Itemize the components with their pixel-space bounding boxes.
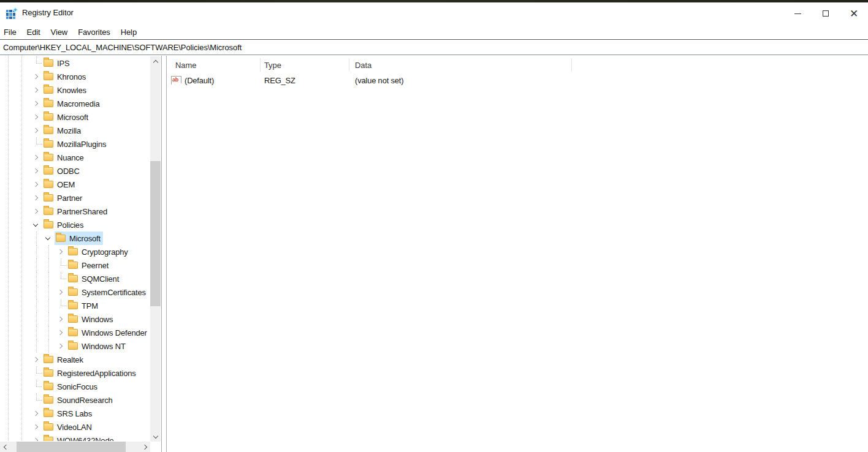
chevron-right-icon[interactable] [33, 424, 38, 429]
tree-node[interactable]: Knowles [42, 83, 89, 97]
chevron-right-icon[interactable] [33, 115, 38, 119]
close-button[interactable]: ✕ [840, 2, 868, 24]
tree-node[interactable]: Policies [42, 218, 86, 232]
chevron-right-icon[interactable] [33, 195, 38, 200]
tree-item[interactable]: OEM [0, 178, 150, 191]
tree-item[interactable]: Realtek [0, 353, 150, 366]
scroll-up-button[interactable] [150, 56, 161, 67]
tree-node[interactable]: Windows Defender [67, 326, 150, 339]
tree-item[interactable]: SQMClient [0, 272, 150, 285]
tree-node[interactable]: Windows NT [67, 339, 128, 353]
tree-node[interactable]: SonicFocus [42, 380, 100, 393]
tree-item[interactable]: SoundResearch [0, 393, 150, 407]
horizontal-scroll-thumb[interactable] [17, 442, 126, 452]
tree-item[interactable]: Knowles [0, 83, 150, 97]
tree-node[interactable]: Nuance [42, 151, 86, 164]
tree-node[interactable]: SQMClient [67, 272, 121, 285]
tree-item[interactable]: SonicFocus [0, 380, 150, 393]
tree-item[interactable]: Windows [0, 312, 150, 326]
tree-node[interactable]: Partner [42, 191, 85, 205]
menu-edit[interactable]: Edit [27, 28, 40, 37]
column-divider[interactable] [349, 58, 349, 72]
tree-node[interactable]: SystemCertificates [67, 285, 148, 299]
chevron-right-icon[interactable] [58, 290, 63, 295]
tree-node[interactable]: VideoLAN [42, 420, 94, 434]
tree-vertical-scrollbar[interactable] [150, 56, 161, 442]
tree-item[interactable]: Khronos [0, 70, 150, 83]
tree-node[interactable]: Microsoft [42, 110, 91, 124]
tree-node[interactable]: Microsoft [55, 232, 103, 245]
tree-item[interactable]: Nuance [0, 151, 150, 164]
chevron-right-icon[interactable] [58, 249, 63, 254]
tree-item[interactable]: Windows NT [0, 339, 150, 353]
tree-item[interactable]: SRS Labs [0, 407, 150, 420]
chevron-right-icon[interactable] [33, 88, 38, 92]
tree-item[interactable]: SystemCertificates [0, 285, 150, 299]
chevron-right-icon[interactable] [33, 357, 38, 362]
tree-item[interactable]: MozillaPlugins [0, 137, 150, 151]
tree-item[interactable]: VideoLAN [0, 420, 150, 434]
tree-node[interactable]: SoundResearch [42, 393, 115, 407]
scroll-down-button[interactable] [150, 431, 161, 442]
chevron-right-icon[interactable] [33, 411, 38, 416]
chevron-right-icon[interactable] [58, 344, 63, 348]
address-bar[interactable]: Computer\HKEY_LOCAL_MACHINE\SOFTWARE\Pol… [0, 40, 868, 55]
chevron-right-icon[interactable] [33, 182, 38, 187]
tree-node[interactable]: PartnerShared [42, 205, 110, 218]
tree-item[interactable]: RegisteredApplications [0, 366, 150, 380]
chevron-right-icon[interactable] [33, 438, 38, 441]
column-divider[interactable] [260, 58, 261, 72]
tree-item[interactable]: Macromedia [0, 97, 150, 110]
panel-splitter[interactable] [161, 56, 167, 452]
tree-item[interactable]: WOW6432Node [0, 434, 150, 441]
tree-item[interactable]: Cryptography [0, 245, 150, 258]
chevron-right-icon[interactable] [33, 128, 38, 133]
tree-node[interactable]: Windows [67, 312, 115, 326]
menu-file[interactable]: File [4, 28, 17, 37]
column-header-data[interactable]: Data [355, 56, 371, 73]
tree-node[interactable]: WOW6432Node [42, 434, 116, 441]
maximize-button[interactable] [812, 2, 840, 24]
tree-node[interactable]: Realtek [42, 353, 86, 366]
scroll-right-button[interactable] [140, 442, 150, 452]
chevron-right-icon[interactable] [58, 317, 63, 322]
tree-node[interactable]: Mozilla [42, 124, 83, 137]
tree-item[interactable]: Policies [0, 218, 150, 232]
menu-view[interactable]: View [51, 28, 68, 37]
tree-item[interactable]: Mozilla [0, 124, 150, 137]
chevron-right-icon[interactable] [33, 155, 38, 160]
tree-node[interactable]: IPS [42, 56, 72, 70]
menu-help[interactable]: Help [121, 28, 137, 37]
column-divider[interactable] [571, 58, 572, 72]
tree-item[interactable]: PartnerShared [0, 205, 150, 218]
scroll-left-button[interactable] [0, 442, 10, 452]
tree-node[interactable]: SRS Labs [42, 407, 94, 420]
tree-item[interactable]: Partner [0, 191, 150, 205]
tree-item[interactable]: Peernet [0, 258, 150, 272]
vertical-scroll-thumb[interactable] [150, 161, 161, 306]
chevron-down-icon[interactable] [33, 222, 38, 227]
chevron-right-icon[interactable] [58, 330, 63, 335]
tree-item[interactable]: ODBC [0, 164, 150, 178]
tree-horizontal-scrollbar[interactable] [0, 442, 150, 452]
tree-item[interactable]: Microsoft [0, 110, 150, 124]
tree-node[interactable]: OEM [42, 178, 77, 191]
menu-favorites[interactable]: Favorites [78, 28, 110, 37]
tree-item[interactable]: Microsoft [0, 232, 150, 245]
tree-node[interactable]: MozillaPlugins [42, 137, 108, 151]
tree-node[interactable]: Khronos [42, 70, 88, 83]
column-header-name[interactable]: Name [175, 56, 196, 73]
chevron-right-icon[interactable] [33, 209, 38, 214]
chevron-right-icon[interactable] [33, 101, 38, 106]
tree-node[interactable]: Cryptography [67, 245, 131, 258]
tree-item[interactable]: TPM [0, 299, 150, 312]
column-header-type[interactable]: Type [264, 56, 281, 73]
value-row-default[interactable]: ab (Default) REG_SZ (value not set) [167, 73, 868, 87]
tree-node[interactable]: Peernet [67, 258, 111, 272]
chevron-down-icon[interactable] [45, 235, 50, 240]
chevron-right-icon[interactable] [33, 168, 38, 173]
tree-node[interactable]: ODBC [42, 164, 82, 178]
tree-node[interactable]: Macromedia [42, 97, 102, 110]
tree-node[interactable]: TPM [67, 299, 101, 312]
tree-item[interactable]: IPS [0, 56, 150, 70]
